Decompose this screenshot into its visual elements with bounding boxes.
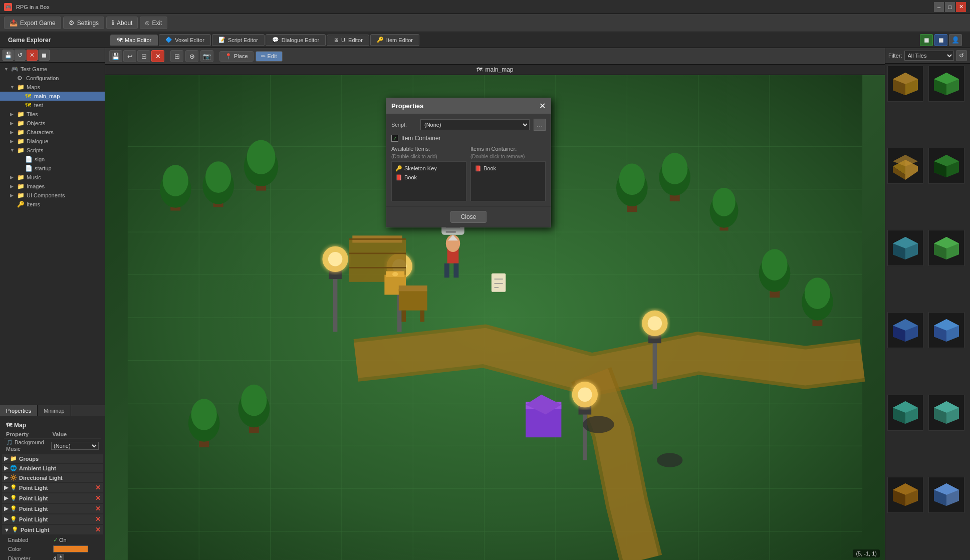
section-point-light-2[interactable]: ▶ 💡 Point Light ✕ bbox=[2, 493, 103, 503]
svg-point-89 bbox=[762, 249, 787, 281]
tree-item-test[interactable]: 🗺 test bbox=[0, 101, 105, 110]
exit-button[interactable]: ⎋ Exit bbox=[140, 17, 167, 29]
pl5-icon: 💡 bbox=[12, 526, 19, 533]
dialog-close-button[interactable]: ✕ bbox=[539, 101, 546, 111]
map-undo-btn[interactable]: ↩ bbox=[123, 50, 136, 62]
pl3-remove-button[interactable]: ✕ bbox=[95, 505, 101, 512]
tree-item-test-game[interactable]: ▼ 🎮 Test Game bbox=[0, 65, 105, 74]
refresh-button[interactable]: ↺ bbox=[15, 50, 26, 61]
voxel-editor-label: Voxel Editor bbox=[175, 37, 204, 43]
tile-item-teal3[interactable] bbox=[928, 395, 964, 431]
section-point-light-3[interactable]: ▶ 💡 Point Light ✕ bbox=[2, 504, 103, 513]
tree-item-configuration[interactable]: ⚙ Configuration bbox=[0, 74, 105, 83]
list-item-book-container[interactable]: 📕 Book bbox=[473, 164, 543, 173]
delete-button[interactable]: ✕ bbox=[27, 50, 38, 61]
tree-item-objects[interactable]: ▶ 📁 Objects bbox=[0, 119, 105, 128]
tile-item-green[interactable] bbox=[928, 66, 964, 102]
bg-music-label: 🎵 Background Music bbox=[6, 439, 51, 452]
tab-minimap[interactable]: Minimap bbox=[38, 405, 71, 416]
edit-btn[interactable]: ✏ Edit bbox=[256, 51, 283, 62]
tree-item-startup[interactable]: 📄 startup bbox=[0, 164, 105, 173]
item-container-checkbox[interactable] bbox=[391, 135, 398, 142]
settings-button[interactable]: ⚙ Settings bbox=[63, 17, 104, 29]
dialog-close-button-footer[interactable]: Close bbox=[450, 211, 487, 223]
tile-item-brown-ramp[interactable] bbox=[887, 148, 923, 184]
container-items-list: 📕 Book bbox=[470, 161, 546, 201]
script-edit-button[interactable]: … bbox=[534, 119, 546, 131]
tile-item-blue[interactable] bbox=[887, 312, 923, 348]
section-point-light-5[interactable]: ▼ 💡 Point Light ✕ bbox=[2, 525, 103, 534]
tree-item-items[interactable]: 🔑 Items bbox=[0, 200, 105, 209]
pl4-remove-button[interactable]: ✕ bbox=[95, 515, 101, 523]
tab-voxel-editor[interactable]: 🔷 Voxel Editor bbox=[159, 34, 211, 46]
script-select[interactable]: (None) bbox=[420, 119, 530, 130]
window-controls: – □ ✕ bbox=[934, 2, 966, 12]
collapse-button[interactable]: ◼ bbox=[39, 50, 50, 61]
tree-item-sign[interactable]: 📄 sign bbox=[0, 155, 105, 164]
place-btn[interactable]: 📍 Place bbox=[219, 51, 254, 62]
map-name-bar: 🗺 main_map bbox=[105, 65, 885, 75]
map-save-btn[interactable]: 💾 bbox=[109, 50, 122, 62]
tab-item-editor[interactable]: 🔑 Item Editor bbox=[370, 34, 419, 46]
diameter-up[interactable]: ▲ bbox=[57, 554, 64, 558]
section-point-light-4[interactable]: ▶ 💡 Point Light ✕ bbox=[2, 514, 103, 524]
section-point-light-1[interactable]: ▶ 💡 Point Light ✕ bbox=[2, 483, 103, 492]
rightpanel-btn3[interactable]: 👤 bbox=[949, 34, 962, 46]
map-canvas[interactable]: (5, -1, 1) Properties ✕ Script: (None) … bbox=[105, 75, 885, 560]
tile-item-brown2[interactable] bbox=[887, 477, 923, 513]
tile-item-green2[interactable] bbox=[928, 148, 964, 184]
tile-item-brown[interactable] bbox=[887, 66, 923, 102]
tile-item-green3[interactable] bbox=[928, 230, 964, 266]
camera-btn[interactable]: 📷 bbox=[200, 50, 213, 62]
tab-map-editor[interactable]: 🗺 Map Editor bbox=[110, 35, 158, 46]
dialog-script-row: Script: (None) … bbox=[391, 119, 546, 131]
characters-icon: 📁 bbox=[17, 129, 25, 136]
tree-arrow: ▶ bbox=[10, 139, 15, 144]
tile-item-blue3[interactable] bbox=[928, 477, 964, 513]
tab-ui-editor[interactable]: 🖥 UI Editor bbox=[327, 35, 369, 46]
filter-select[interactable]: All Tiles bbox=[904, 51, 954, 61]
fullscreen-btn[interactable]: ⊕ bbox=[185, 50, 198, 62]
save-button[interactable]: 💾 bbox=[3, 50, 14, 61]
section-directional-light[interactable]: ▶ 🔆 Directional Light bbox=[2, 473, 103, 482]
export-game-button[interactable]: 📤 Export Game bbox=[4, 17, 61, 29]
tab-dialogue-editor[interactable]: 💬 Dialogue Editor bbox=[266, 34, 326, 46]
pl2-arrow: ▶ bbox=[4, 495, 8, 501]
list-item-book-available[interactable]: 📕 Book bbox=[394, 173, 464, 182]
bg-music-select[interactable]: (None) bbox=[51, 442, 99, 450]
pl1-remove-button[interactable]: ✕ bbox=[95, 484, 101, 491]
tree-item-scripts[interactable]: ▼ 📁 Scripts bbox=[0, 146, 105, 155]
rightpanel-btn2[interactable]: ◼ bbox=[934, 34, 947, 46]
tree-label-images: Images bbox=[27, 183, 45, 189]
tile-item-blue2[interactable] bbox=[928, 312, 964, 348]
maximize-button[interactable]: □ bbox=[945, 2, 955, 12]
pl2-remove-button[interactable]: ✕ bbox=[95, 494, 101, 502]
tree-item-main-map[interactable]: 🗺 main_map bbox=[0, 92, 105, 101]
grid-toggle-btn[interactable]: ⊞ bbox=[170, 50, 183, 62]
tab-script-editor[interactable]: 📝 Script Editor bbox=[212, 34, 265, 46]
section-ambient-light[interactable]: ▶ 🌐 Ambient Light bbox=[2, 464, 103, 472]
tree-item-dialogue[interactable]: ▶ 📁 Dialogue bbox=[0, 137, 105, 146]
tile-item-teal2[interactable] bbox=[887, 395, 923, 431]
tree-item-tiles[interactable]: ▶ 📁 Tiles bbox=[0, 110, 105, 119]
tree-item-characters[interactable]: ▶ 📁 Characters bbox=[0, 128, 105, 137]
tree-item-maps[interactable]: ▼ 📁 Maps bbox=[0, 83, 105, 92]
minimize-button[interactable]: – bbox=[934, 2, 944, 12]
tree-item-ui-components[interactable]: ▶ 📁 UI Components bbox=[0, 191, 105, 200]
close-button[interactable]: ✕ bbox=[956, 2, 966, 12]
tab-properties[interactable]: Properties bbox=[0, 405, 38, 416]
color-swatch[interactable] bbox=[53, 545, 88, 552]
map-close-btn[interactable]: ✕ bbox=[151, 50, 164, 62]
tree-item-images[interactable]: ▶ 📁 Images bbox=[0, 182, 105, 191]
svg-point-71 bbox=[392, 272, 398, 276]
tree-item-music[interactable]: ▶ 📁 Music bbox=[0, 173, 105, 182]
list-item-skeleton-key[interactable]: 🔑 Skeleton Key bbox=[394, 164, 464, 173]
rightpanel-btn1[interactable]: ◼ bbox=[920, 34, 933, 46]
map-copy-btn[interactable]: ⊞ bbox=[137, 50, 150, 62]
tile-item-teal[interactable] bbox=[887, 230, 923, 266]
pl5-remove-button[interactable]: ✕ bbox=[95, 526, 101, 533]
about-button[interactable]: ℹ About bbox=[106, 17, 138, 29]
color-value[interactable] bbox=[53, 545, 101, 552]
section-groups[interactable]: ▶ 📁 Groups bbox=[2, 454, 103, 463]
refresh-tiles-button[interactable]: ↺ bbox=[956, 50, 967, 61]
